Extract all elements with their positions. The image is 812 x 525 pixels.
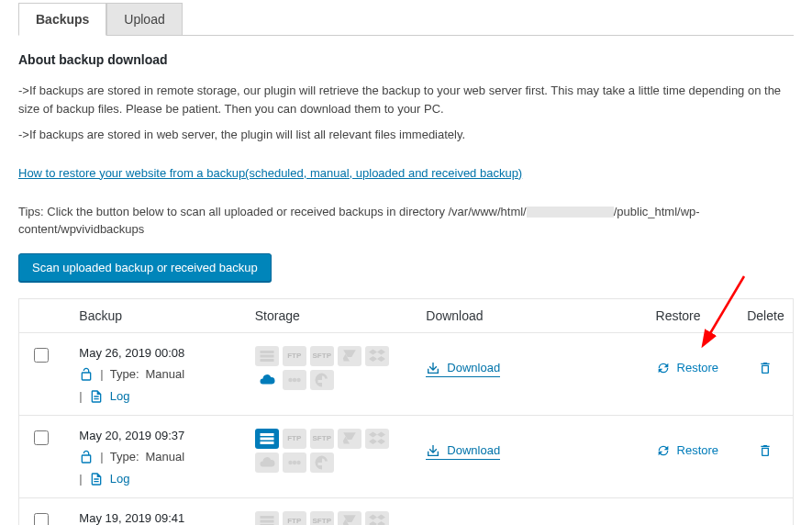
sftp-icon: SFTP (310, 511, 334, 526)
restore-label: Restore (677, 443, 719, 457)
document-icon (89, 472, 104, 486)
aws-icon (283, 452, 306, 473)
delete-button[interactable] (758, 443, 773, 458)
ftp-icon: FTP (283, 511, 306, 526)
trash-icon (758, 361, 773, 375)
delete-button[interactable] (758, 361, 773, 375)
redacted-path (527, 207, 614, 218)
table-row: May 20, 2019 09:37 | Type: Manual | Log … (19, 415, 793, 497)
gdrive-icon (338, 346, 362, 366)
type-label: Type: (110, 367, 139, 381)
type-label: Type: (110, 450, 139, 464)
ftp-icon: FTP (283, 429, 306, 449)
svg-rect-15 (260, 519, 273, 522)
tips-prefix: Tips: Click the button below to scan all… (18, 205, 527, 218)
trash-icon (758, 443, 773, 458)
restore-label: Restore (677, 361, 719, 374)
do-icon (310, 452, 334, 473)
document-icon (89, 389, 104, 404)
how-to-restore-link[interactable]: How to restore your website from a backu… (18, 166, 522, 180)
desc-local: ->If backups are stored in web server, t… (18, 126, 794, 144)
tab-backups[interactable]: Backups (18, 3, 106, 36)
col-header-storage: Storage (248, 308, 419, 323)
unlock-icon (79, 367, 94, 382)
log-link[interactable]: Log (110, 389, 130, 403)
dropbox-icon (365, 346, 389, 366)
svg-rect-8 (260, 433, 273, 436)
svg-rect-14 (260, 516, 273, 519)
unlock-icon (79, 450, 94, 464)
row-checkbox[interactable] (34, 513, 49, 526)
svg-point-5 (288, 377, 293, 382)
row-checkbox[interactable] (34, 348, 49, 363)
gdrive-icon (338, 429, 362, 449)
col-header-download: Download (418, 308, 648, 323)
type-value: Manual (146, 367, 185, 381)
svg-rect-9 (260, 437, 273, 440)
restore-button[interactable]: Restore (656, 361, 719, 375)
download-icon (426, 443, 440, 458)
svg-point-7 (296, 377, 301, 382)
local-storage-icon (255, 346, 279, 366)
separator: | (79, 389, 82, 403)
dropbox-icon (365, 429, 389, 449)
refresh-icon (656, 361, 671, 375)
sftp-icon: SFTP (310, 429, 334, 449)
backup-table: May 26, 2019 00:08 | Type: Manual | Log … (18, 333, 794, 526)
download-label: Download (447, 443, 500, 457)
table-row: May 26, 2019 00:08 | Type: Manual | Log … (19, 333, 793, 415)
section-title: About backup download (18, 52, 794, 67)
col-header-backup: Backup (72, 308, 247, 323)
local-storage-icon (255, 511, 279, 526)
restore-button[interactable]: Restore (656, 443, 719, 458)
type-value: Manual (146, 450, 185, 464)
separator: | (100, 367, 103, 381)
sftp-icon: SFTP (310, 346, 334, 366)
table-row: May 19, 2019 09:41 | Type: Manual | Log … (19, 497, 793, 526)
download-icon (426, 361, 440, 375)
svg-rect-10 (260, 441, 273, 444)
download-button[interactable]: Download (426, 443, 500, 460)
download-label: Download (447, 361, 500, 374)
log-link[interactable]: Log (110, 472, 130, 486)
tips-text: Tips: Click the button below to scan all… (18, 203, 794, 239)
table-header: Backup Storage Download Restore Delete (18, 298, 794, 333)
gdrive-icon (338, 511, 362, 526)
cloud-icon (255, 370, 279, 390)
do-icon (310, 370, 334, 390)
backup-date: May 20, 2019 09:37 (79, 429, 239, 442)
aws-icon (283, 370, 306, 390)
scan-button[interactable]: Scan uploaded backup or received backup (18, 253, 272, 282)
ftp-icon: FTP (283, 346, 306, 366)
row-checkbox[interactable] (34, 430, 49, 445)
backup-date: May 19, 2019 09:41 (79, 511, 239, 525)
backup-date: May 26, 2019 00:08 (79, 346, 239, 360)
svg-point-6 (293, 377, 297, 382)
col-header-restore: Restore (649, 308, 739, 323)
svg-rect-4 (260, 359, 273, 362)
separator: | (100, 450, 103, 464)
col-header-delete: Delete (739, 308, 793, 323)
refresh-icon (656, 443, 671, 458)
svg-point-11 (288, 460, 293, 464)
svg-point-13 (296, 460, 301, 464)
svg-rect-3 (260, 354, 273, 357)
separator: | (79, 472, 82, 486)
download-button[interactable]: Download (426, 361, 500, 377)
dropbox-icon (365, 511, 389, 526)
cloud-icon (255, 452, 279, 473)
tabs-container: Backups Upload (18, 3, 794, 36)
local-storage-icon (255, 429, 279, 449)
svg-rect-2 (260, 351, 273, 353)
tab-upload[interactable]: Upload (106, 3, 182, 36)
svg-point-12 (293, 460, 297, 464)
desc-remote: ->If backups are stored in remote storag… (18, 82, 794, 117)
